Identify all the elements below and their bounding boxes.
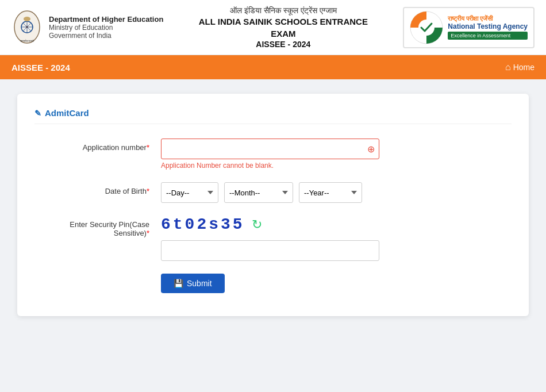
exam-title-text: ALL INDIA SAINIK SCHOOLS ENTRANCE EXAM bbox=[199, 16, 368, 40]
page-header: सत्यमेव जयते Department of Higher Educat… bbox=[0, 0, 546, 55]
header-left-section: सत्यमेव जयते Department of Higher Educat… bbox=[11, 9, 163, 46]
nta-text-block: राष्ट्रीय परीक्षा एजेंसी National Testin… bbox=[448, 15, 528, 40]
captcha-row: 6t02s35 ↻ bbox=[161, 216, 420, 233]
year-select[interactable]: --Year-- bbox=[299, 182, 362, 203]
date-selects: --Day-- --Month-- --Year-- bbox=[161, 182, 420, 203]
hindi-title-text: ऑल इंडिया सैनिक स्कूल एंट्रेंस एग्जाम bbox=[199, 6, 368, 16]
app-number-input-container: ⊕ bbox=[161, 139, 379, 159]
app-number-error-msg: Application Number cannot be blank. bbox=[161, 162, 420, 170]
dob-label: Date of Birth* bbox=[34, 182, 161, 195]
exam-year-text: AISSEE - 2024 bbox=[199, 40, 368, 49]
security-pin-row: Enter Security Pin(Case Sensitive)* 6t02… bbox=[34, 216, 512, 261]
ashoka-emblem-icon: सत्यमेव जयते bbox=[11, 9, 43, 46]
captcha-refresh-icon[interactable]: ↻ bbox=[252, 217, 262, 232]
submit-label: Submit bbox=[187, 279, 212, 288]
edit-icon: ✎ bbox=[34, 109, 41, 118]
day-select[interactable]: --Day-- bbox=[161, 182, 218, 203]
header-center-section: ऑल इंडिया सैनिक स्कूल एंट्रेंस एग्जाम AL… bbox=[199, 6, 368, 49]
month-select[interactable]: --Month-- bbox=[224, 182, 293, 203]
required-star: * bbox=[147, 143, 149, 152]
application-number-input[interactable] bbox=[161, 139, 379, 159]
nta-english-text: National Testing Agency bbox=[448, 22, 528, 30]
dob-required-star: * bbox=[147, 187, 149, 195]
header-right-section: राष्ट्रीय परीक्षा एजेंसी National Testin… bbox=[403, 7, 535, 48]
govt-text: Government of India bbox=[49, 32, 163, 40]
navbar-brand-text: AISSEE - 2024 bbox=[11, 63, 70, 72]
save-icon: 💾 bbox=[174, 279, 183, 288]
card-title-text: AdmitCard bbox=[45, 108, 89, 118]
submit-row: 💾 Submit bbox=[34, 274, 512, 293]
home-icon: ⌂ bbox=[505, 62, 511, 72]
captcha-image: 6t02s35 bbox=[161, 216, 245, 233]
header-org-info: Department of Higher Education Ministry … bbox=[49, 15, 163, 40]
dept-name-text: Department of Higher Education bbox=[49, 15, 163, 24]
main-content: ✎ AdmitCard Application number* ⊕ Applic… bbox=[0, 79, 546, 330]
dob-row: Date of Birth* --Day-- --Month-- --Year-… bbox=[34, 182, 512, 203]
nta-hindi-text: राष्ट्रीय परीक्षा एजेंसी bbox=[448, 15, 528, 22]
admit-card-form-container: ✎ AdmitCard Application number* ⊕ Applic… bbox=[17, 94, 529, 316]
nta-logo: राष्ट्रीय परीक्षा एजेंसी National Testin… bbox=[403, 7, 535, 48]
security-pin-wrap: 6t02s35 ↻ bbox=[161, 216, 420, 261]
security-required-star: * bbox=[147, 229, 149, 237]
nta-tagline-text: Excellence in Assessment bbox=[448, 32, 528, 40]
app-number-label: Application number* bbox=[34, 139, 161, 152]
dob-inputs-wrap: --Day-- --Month-- --Year-- bbox=[161, 182, 420, 203]
home-nav-item[interactable]: ⌂ Home bbox=[505, 62, 535, 72]
warning-icon: ⊕ bbox=[367, 144, 375, 155]
card-title: ✎ AdmitCard bbox=[34, 108, 512, 124]
navbar: AISSEE - 2024 ⌂ Home bbox=[0, 55, 546, 79]
security-pin-label: Enter Security Pin(Case Sensitive)* bbox=[34, 216, 161, 237]
application-number-row: Application number* ⊕ Application Number… bbox=[34, 139, 512, 170]
app-number-input-wrap: ⊕ Application Number cannot be blank. bbox=[161, 139, 420, 170]
home-label: Home bbox=[513, 63, 535, 72]
submit-button[interactable]: 💾 Submit bbox=[161, 274, 225, 293]
security-pin-input[interactable] bbox=[161, 240, 379, 261]
ministry-text: Ministry of Education bbox=[49, 24, 163, 32]
svg-point-7 bbox=[24, 17, 30, 21]
svg-text:सत्यमेव जयते: सत्यमेव जयते bbox=[20, 39, 34, 43]
nta-circle-icon bbox=[410, 11, 443, 44]
